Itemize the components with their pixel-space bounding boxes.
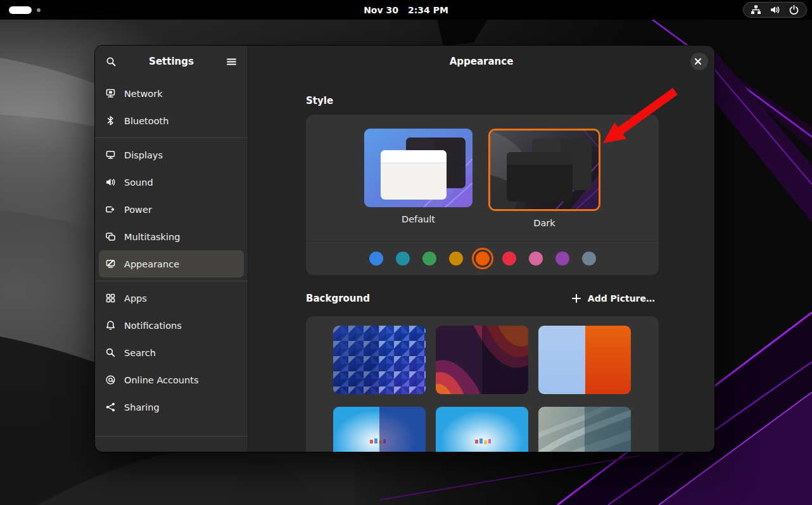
add-picture-button[interactable]: Add Picture… — [568, 293, 659, 304]
accent-swatch-purple[interactable] — [555, 252, 569, 265]
sidebar-separator — [95, 436, 248, 437]
accent-swatch-red[interactable] — [502, 252, 516, 265]
background-thumb-split-blue-orange[interactable] — [538, 326, 631, 394]
style-option-default[interactable]: Default — [364, 129, 473, 228]
windows-overlap-icon — [105, 231, 116, 242]
style-option-label: Dark — [488, 219, 600, 228]
sidebar-separator — [95, 281, 248, 281]
display-icon — [105, 150, 116, 160]
sidebar-item-label: Sharing — [124, 402, 160, 412]
top-bar: Nov 30 2:34 PM — [0, 0, 812, 20]
share-nodes-icon — [105, 402, 116, 412]
background-card — [306, 316, 659, 452]
accent-swatch-slate[interactable] — [582, 252, 596, 265]
background-section-label: Background — [306, 293, 370, 304]
background-thumbnails — [333, 326, 637, 452]
sidebar-item-label: Notifications — [124, 321, 182, 331]
sidebar-nav: Network Bluetooth Displays Sound Po — [95, 77, 248, 442]
style-option-dark[interactable]: Dark — [488, 129, 600, 228]
appearance-panel: Appearance Style — [248, 46, 714, 452]
clock-menu[interactable]: Nov 30 2:34 PM — [0, 0, 812, 20]
style-options: Default — [306, 115, 659, 228]
network-wired-icon — [751, 4, 761, 15]
speaker-icon — [105, 177, 116, 188]
dark-style-preview — [488, 129, 600, 211]
background-thumb-waves-red-purple[interactable] — [436, 326, 528, 394]
search-button[interactable] — [103, 54, 119, 70]
style-section-label: Style — [306, 95, 659, 106]
background-thumb-triangles-blue[interactable] — [333, 326, 426, 394]
accent-swatch-green[interactable] — [422, 252, 436, 265]
at-sign-icon — [105, 374, 116, 385]
sidebar-item-label: Network — [124, 89, 163, 99]
sidebar-item-sound[interactable]: Sound — [99, 169, 244, 196]
style-card: Default — [306, 115, 659, 275]
style-option-label: Default — [364, 215, 473, 224]
sidebar-item-label: Apps — [124, 293, 147, 304]
settings-window: Settings Network Bluetooth — [95, 46, 714, 452]
close-button[interactable] — [690, 53, 708, 70]
power-icon — [789, 4, 799, 15]
search-icon — [106, 56, 117, 67]
network-icon — [105, 88, 116, 99]
add-picture-label: Add Picture… — [588, 293, 655, 304]
sidebar-item-bluetooth[interactable]: Bluetooth — [99, 107, 244, 134]
sidebar-item-multitasking[interactable]: Multitasking — [99, 223, 244, 250]
accent-swatch-yellow[interactable] — [449, 252, 463, 265]
grid-icon — [105, 293, 116, 304]
sidebar-item-label: Power — [124, 205, 152, 215]
clock-time: 2:34 PM — [408, 5, 448, 15]
sidebar-item-power[interactable]: Power — [99, 196, 244, 223]
sidebar-separator — [95, 137, 248, 138]
background-header: Background Add Picture… — [306, 290, 659, 307]
sidebar-item-search[interactable]: Search — [99, 339, 244, 366]
volume-icon — [770, 4, 780, 15]
default-style-preview — [364, 129, 473, 207]
panel-title: Appearance — [450, 56, 514, 67]
sidebar-item-label: Multitasking — [124, 232, 180, 242]
panel-content: Style — [248, 77, 714, 452]
background-thumb-landscape-day[interactable] — [436, 407, 528, 452]
display-brush-icon — [105, 259, 116, 269]
sidebar-item-label: Appearance — [124, 259, 179, 269]
clock-date: Nov 30 — [364, 5, 398, 15]
sidebar-item-label: Sound — [124, 177, 153, 188]
sidebar-item-online-accounts[interactable]: Online Accounts — [99, 366, 244, 393]
bell-icon — [105, 320, 116, 331]
sidebar-item-displays[interactable]: Displays — [99, 141, 244, 169]
sidebar-header: Settings — [95, 46, 248, 77]
sidebar-item-label: Search — [124, 348, 156, 358]
bluetooth-icon — [105, 115, 116, 126]
plus-icon — [572, 294, 583, 303]
close-icon — [694, 58, 705, 65]
sidebar-item-network[interactable]: Network — [99, 80, 244, 107]
background-thumb-swirl-gray[interactable] — [538, 407, 631, 452]
screen: Nov 30 2:34 PM — [0, 0, 812, 505]
sidebar-item-appearance[interactable]: Appearance — [99, 250, 244, 278]
accent-swatch-orange[interactable] — [476, 252, 490, 265]
sidebar-item-label: Online Accounts — [124, 375, 198, 385]
accent-swatch-blue[interactable] — [369, 252, 383, 265]
sidebar-item-label: Displays — [124, 150, 163, 160]
system-tray[interactable] — [743, 2, 807, 18]
hamburger-icon — [226, 56, 237, 67]
accent-swatch-teal[interactable] — [396, 252, 410, 265]
sidebar-item-sharing[interactable]: Sharing — [99, 393, 244, 421]
sidebar: Settings Network Bluetooth — [95, 46, 248, 452]
sidebar-item-notifications[interactable]: Notifications — [99, 312, 244, 339]
accent-color-row — [306, 241, 659, 276]
sidebar-item-label: Bluetooth — [124, 116, 168, 126]
accent-swatch-pink[interactable] — [529, 252, 543, 265]
battery-icon — [105, 204, 116, 215]
sidebar-item-apps[interactable]: Apps — [99, 284, 244, 312]
magnifier-icon — [105, 347, 116, 358]
menu-button[interactable] — [224, 54, 239, 70]
panel-header: Appearance — [248, 46, 714, 77]
background-thumb-landscape-day-night[interactable] — [333, 407, 426, 452]
